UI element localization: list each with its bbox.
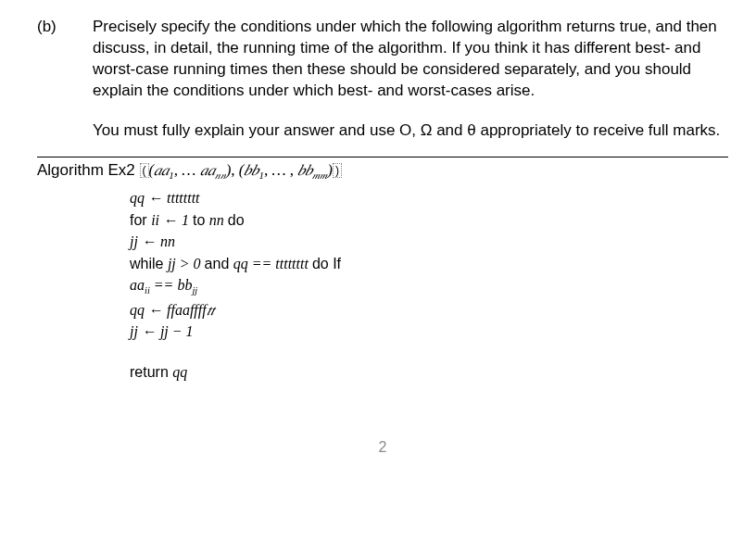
kw-and: and <box>205 256 233 271</box>
cond-1: jj > 0 <box>168 256 205 271</box>
kw-do: do <box>228 212 245 228</box>
code-line-5: aaii == bbjj <box>130 275 728 297</box>
question-block: (b) Precisely specify the conditions und… <box>37 17 728 142</box>
arg-b-subm: 𝑚𝑚 <box>312 170 327 181</box>
kw-return: return <box>130 364 172 380</box>
code-line-1: qq ← tttttttt <box>130 188 728 208</box>
algorithm-title-prefix: Algorithm Ex2 <box>37 161 140 179</box>
kw-if: If <box>333 256 341 271</box>
algorithm-title: Algorithm Ex2 ((𝑎𝑎1, … 𝑎𝑎𝑛𝑛), (𝑏𝑏1, … , … <box>37 160 728 183</box>
question-paragraph-2: You must fully explain your answer and u… <box>93 120 728 142</box>
page-content: (b) Precisely specify the conditions und… <box>0 0 756 458</box>
format-marker-icon: ) <box>333 163 342 178</box>
arrow-1: ← 1 <box>159 212 193 228</box>
question-body: Precisely specify the conditions under w… <box>93 17 728 142</box>
question-paragraph-1: Precisely specify the conditions under w… <box>93 17 728 102</box>
arg-a-mid: , … 𝑎𝑎 <box>174 161 215 179</box>
code-line-8: return qq <box>130 362 728 383</box>
code-line-2: for ii ← 1 to nn do <box>130 210 728 231</box>
kw-for: for <box>130 212 151 228</box>
arg-sep: ), (𝑏𝑏 <box>226 161 259 179</box>
var-nn: nn <box>209 212 228 228</box>
sub-jj: jj <box>192 286 197 296</box>
code-line-7: jj ← jj − 1 <box>130 321 728 342</box>
arg-a-subn: 𝑛𝑛 <box>215 170 226 181</box>
cond-2: qq == tttttttt <box>233 256 312 271</box>
kw-do-2: do <box>312 256 333 271</box>
format-marker-icon: ( <box>140 163 149 178</box>
page-number: 2 <box>37 437 728 458</box>
op-eq: == <box>150 277 178 293</box>
algorithm-code: qq ← tttttttt for ii ← 1 to nn do jj ← n… <box>130 188 728 382</box>
code-line-3: jj ← nn <box>130 232 728 252</box>
arg-b-mid: , … , 𝑏𝑏 <box>264 161 312 179</box>
var-aa: aa <box>130 277 145 293</box>
kw-to: to <box>193 212 209 228</box>
var-qq: qq <box>172 364 187 380</box>
question-label: (b) <box>37 17 93 38</box>
var-ii: ii <box>151 212 159 228</box>
kw-while: while <box>130 256 168 271</box>
code-line-4: while jj > 0 and qq == tttttttt do If <box>130 254 728 274</box>
arg-a: (𝑎𝑎 <box>149 161 170 179</box>
separator <box>37 157 728 157</box>
algorithm-args: (𝑎𝑎1, … 𝑎𝑎𝑛𝑛), (𝑏𝑏1, … , 𝑏𝑏𝑚𝑚) <box>149 161 333 179</box>
var-bb: bb <box>177 277 192 293</box>
code-line-6: qq ← ffaaffff𝑡𝑡 <box>130 300 728 321</box>
